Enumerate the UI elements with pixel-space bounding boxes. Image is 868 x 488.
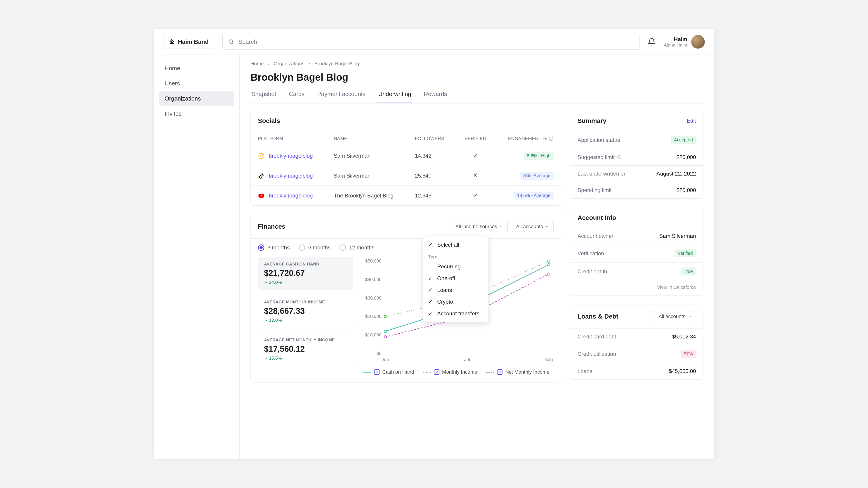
sidebar-item-home[interactable]: Home <box>159 61 234 76</box>
stat-box[interactable]: AVERAGE NET MONTHLY INCOME$17,560.1215.5… <box>258 332 353 366</box>
stat-box[interactable]: AVERAGE MONTHLY INCOME$28,667.3312.0% <box>258 295 353 328</box>
stat-delta: 15.5% <box>264 356 347 361</box>
svg-line-1 <box>232 43 233 44</box>
dd-option[interactable]: ✓Crypto <box>423 296 488 308</box>
y-tick: $40,000 <box>365 277 381 282</box>
chevron-right-icon <box>267 62 271 66</box>
loans-title: Loans & Debt <box>578 313 618 320</box>
socials-header: FOLLOWERS <box>408 131 456 146</box>
social-handle[interactable]: brooklynbagelblog <box>258 172 319 179</box>
avatar[interactable] <box>691 35 705 48</box>
socials-header: VERIFIED <box>456 131 495 146</box>
tab-underwriting[interactable]: Underwriting <box>377 91 412 103</box>
legend-item[interactable]: Cash on Hand <box>363 369 414 375</box>
arrow-up-icon <box>264 281 268 284</box>
kv-row: Loans$45,000.00 <box>570 363 703 379</box>
social-verified <box>456 186 495 205</box>
loans-accounts-select[interactable]: All accounts <box>654 311 696 322</box>
x-tick: Jul <box>464 357 470 362</box>
tab-snapshot[interactable]: Snapshot <box>250 91 277 103</box>
income-sources-select[interactable]: All income sources <box>451 221 508 232</box>
tab-rewards[interactable]: Rewards <box>423 91 448 103</box>
stat-label: AVERAGE MONTHLY INCOME <box>264 300 347 304</box>
tab-payment-accounts[interactable]: Payment accounts <box>316 91 366 103</box>
dd-option[interactable]: ✓One-off <box>423 272 488 284</box>
range-radio-3-months[interactable]: 3 months <box>258 245 290 251</box>
kv-key: Loans <box>578 368 592 375</box>
breadcrumb: HomeOrganizationsBrooklyn Bagel Blog <box>250 61 704 67</box>
chevron-right-icon <box>307 62 311 66</box>
brand-text: Haim Band <box>178 38 209 45</box>
y-tick: $30,000 <box>365 295 381 300</box>
breadcrumb-item[interactable]: Organizations <box>274 61 305 67</box>
chart-point <box>548 260 550 262</box>
kv-key: Verification <box>578 250 604 257</box>
socials-table: PLATFORMNAMEFOLLOWERSVERIFIEDENGAGEMENT … <box>251 131 561 205</box>
kv-key: Credit card debt <box>578 333 616 340</box>
range-radio-6-months[interactable]: 6 months <box>299 245 331 251</box>
brand-pill[interactable]: Haim Band <box>163 35 214 49</box>
social-name: Sam Silverman <box>327 166 408 186</box>
kv-badge: Verified <box>675 250 696 257</box>
kv-key: Application status <box>578 137 620 143</box>
x-tick: Aug <box>545 357 553 362</box>
kv-row: Application statusAccepted <box>570 131 703 149</box>
social-followers: 25,640 <box>408 166 456 186</box>
income-sources-label: All income sources <box>456 224 497 230</box>
checkbox-icon <box>497 369 502 375</box>
social-handle[interactable]: brooklynbagelblog <box>258 192 319 199</box>
kv-row: Last underwritten onAugust 22, 2022 <box>570 166 703 182</box>
socials-header: NAME <box>327 131 408 146</box>
info-icon <box>549 136 554 141</box>
kv-key: Suggested limit <box>578 154 622 160</box>
account-info-card: Account Info Account ownerSam SilvermanV… <box>570 207 704 295</box>
dd-option[interactable]: ✓Account transfers <box>423 308 488 320</box>
socials-row: brooklynbagelblogThe Brooklyn Bagel Blog… <box>251 186 561 205</box>
search-input[interactable] <box>222 34 640 50</box>
search-wrap <box>222 34 640 50</box>
tab-cards[interactable]: Cards <box>288 91 305 103</box>
range-radio-12-months[interactable]: 12 months <box>340 245 374 251</box>
breadcrumb-item[interactable]: Home <box>250 61 264 67</box>
accounts-select[interactable]: All accounts <box>512 221 554 232</box>
bell-icon[interactable] <box>648 38 656 46</box>
kv-row: Credit card debt$5,012.34 <box>570 328 703 345</box>
sidebar-item-invites[interactable]: Invites <box>159 106 234 121</box>
chart-point <box>548 273 550 275</box>
dd-select-all[interactable]: ✓Select all <box>423 239 488 251</box>
socials-header: PLATFORM <box>251 131 327 146</box>
topbar: Haim Band Haim Alana Haim <box>154 29 714 55</box>
stat-delta: 12.0% <box>264 318 347 323</box>
sidebar-item-organizations[interactable]: Organizations <box>159 91 234 106</box>
stat-delta: 24.0% <box>264 280 347 285</box>
sidebar-item-users[interactable]: Users <box>159 76 234 91</box>
chevron-down-icon <box>545 225 549 229</box>
socials-row: brooklynbagelblogSam Silverman14,3428.6%… <box>251 146 561 166</box>
stat-label: AVERAGE NET MONTHLY INCOME <box>264 338 347 343</box>
finances-title: Finances <box>258 223 285 230</box>
y-tick: $10,000 <box>365 332 381 337</box>
user-subtitle: Alana Haim <box>664 42 687 48</box>
breadcrumb-item: Brooklyn Bagel Blog <box>314 61 359 67</box>
legend-item[interactable]: Net Monthly Income <box>486 369 550 375</box>
svg-point-6 <box>260 155 262 157</box>
stat-box[interactable]: AVERAGE CASH ON HAND$21,720.6724.0% <box>258 257 353 290</box>
brand-icon <box>169 39 175 45</box>
salesforce-link[interactable]: View in Salesforce <box>570 281 703 295</box>
social-handle[interactable]: brooklynbagelblog <box>258 153 319 159</box>
income-sources-dropdown: ✓Select allTypeRecurring✓One-off✓Loans✓C… <box>423 236 489 322</box>
social-name: The Brooklyn Bagel Blog <box>327 186 408 205</box>
page-title: Brooklyn Bagel Blog <box>250 72 704 83</box>
summary-edit-link[interactable]: Edit <box>687 118 696 124</box>
legend-item[interactable]: Monthly Income <box>423 369 477 375</box>
arrow-up-icon <box>264 357 268 360</box>
youtube-icon <box>258 192 265 199</box>
instagram-icon <box>258 153 265 159</box>
check-icon <box>472 192 478 198</box>
dd-option[interactable]: Recurring <box>423 261 488 272</box>
dd-option[interactable]: ✓Loans <box>423 284 488 296</box>
kv-val: Sam Silverman <box>659 233 696 239</box>
socials-row: brooklynbagelblogSam Silverman25,6403% -… <box>251 166 561 186</box>
user-block[interactable]: Haim Alana Haim <box>664 35 705 48</box>
chart-point <box>384 336 386 338</box>
